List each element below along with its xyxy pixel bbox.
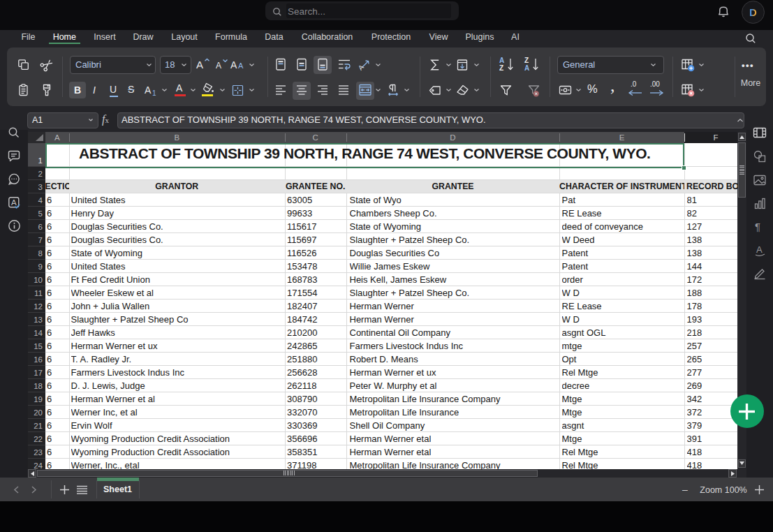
svg-text:A: A	[358, 63, 365, 72]
svg-text:A: A	[11, 198, 17, 207]
svg-text:A: A	[756, 244, 763, 255]
